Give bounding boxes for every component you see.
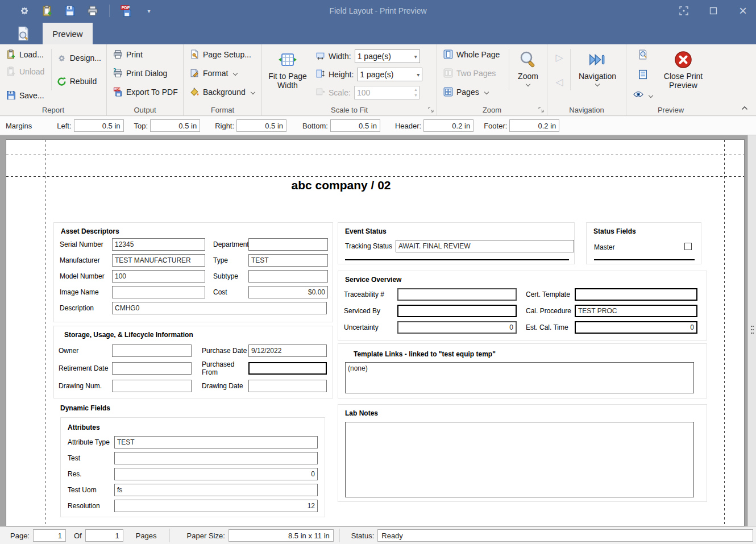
model-number-label: Model Number	[60, 272, 112, 280]
purchase-date-value: 9/12/2022	[248, 344, 327, 357]
format-label: Format	[203, 69, 228, 78]
page-number-input[interactable]: 1	[33, 529, 66, 542]
format-group-label: Format	[184, 106, 261, 114]
ribbon-collapse-icon[interactable]	[741, 103, 748, 112]
margin-header-input[interactable]: 0.2 in	[423, 119, 473, 132]
print-quick-icon[interactable]	[85, 3, 100, 18]
unload-icon	[6, 67, 16, 76]
image-name-value	[112, 286, 205, 298]
status-value: Ready	[377, 529, 753, 542]
test-value	[114, 452, 318, 464]
page-panel-button[interactable]	[637, 68, 649, 83]
background-button[interactable]: Background	[187, 84, 259, 99]
title-bar: PDF ▾ Field Layout - Print Preview ×	[0, 0, 756, 22]
width-combobox[interactable]: 1 page(s) ▾	[355, 49, 420, 63]
ribbon-group-navigation: ▷ ◁ Navigation Navigation	[547, 44, 626, 115]
visibility-button[interactable]	[632, 88, 654, 103]
navigation-button-label: Navigation	[579, 72, 616, 81]
design-button[interactable]: Design...	[54, 51, 104, 66]
print-dialog-button[interactable]: ? Print Dialog	[110, 65, 181, 81]
page-setup-label: Page Setup...	[203, 50, 251, 59]
owner-label: Owner	[59, 347, 112, 355]
margin-right-input[interactable]: 0.5 in	[236, 119, 286, 132]
section-event-status: Event Status Tracking Status AWAIT. FINA…	[338, 222, 575, 264]
purchased-from-label: Purchased From	[202, 360, 248, 376]
navigation-button[interactable]: Navigation	[573, 47, 622, 101]
ribbon-tab-row: Preview	[0, 22, 756, 44]
header-margin-guide	[6, 155, 744, 155]
side-panel-splitter[interactable]	[747, 135, 756, 526]
resolution-value: 12	[114, 500, 318, 512]
scale-group-label: Scale to Fit	[262, 106, 437, 114]
uncertainty-value: 0	[397, 321, 517, 334]
scale-label: Scale:	[329, 88, 351, 97]
whole-page-button[interactable]: Whole Page	[441, 47, 506, 62]
maximize-icon[interactable]	[705, 2, 722, 19]
unload-button[interactable]: Unload	[3, 64, 49, 79]
background-icon	[190, 87, 200, 97]
print-button[interactable]: Print	[110, 47, 181, 62]
previous-page-button[interactable]: ◁	[551, 74, 568, 90]
margin-bottom-input[interactable]: 0.5 in	[330, 119, 380, 132]
serviced-by-value	[397, 305, 517, 317]
pages-button[interactable]: Pages	[441, 84, 506, 99]
print-preview-canvas[interactable]: abc company / 02 Asset Descriptors Seria…	[0, 135, 756, 526]
export-pdf-label: Export To PDF	[126, 88, 178, 97]
margin-footer-label: Footer:	[484, 122, 507, 130]
format-button[interactable]: Format	[187, 65, 259, 81]
close-print-preview-button[interactable]: Close Print Preview	[656, 47, 711, 101]
margins-title: Margins	[6, 122, 32, 130]
test-uom-value: fs	[114, 484, 318, 496]
background-dropdown-chevron	[250, 89, 255, 94]
serviced-by-label: Serviced By	[344, 307, 397, 315]
close-preview-label-1: Close Print	[664, 72, 703, 81]
next-arrow-icon: ▷	[555, 52, 563, 64]
save-icon[interactable]	[63, 3, 77, 18]
fit-window-icon[interactable]	[675, 2, 692, 19]
rebuild-label: Rebuild	[70, 77, 97, 86]
section-storage-lifecycle: Storage, Usage, & Lifecycle Information …	[53, 326, 333, 398]
department-label: Department	[213, 240, 248, 248]
page-setup-icon	[190, 49, 200, 59]
pages-icon	[443, 87, 453, 97]
load-button[interactable]: Load...	[3, 47, 49, 62]
page-panel-icon	[638, 69, 648, 81]
close-icon[interactable]: ×	[734, 2, 751, 19]
top-margin-guide	[6, 176, 744, 177]
fit-to-page-width-button[interactable]: Fit to Page Width	[265, 47, 310, 101]
load-clipboard-icon[interactable]	[40, 3, 55, 18]
pdf-save-icon[interactable]: PDF	[119, 3, 134, 18]
rebuild-button[interactable]: Rebuild	[54, 74, 104, 89]
app-menu-button[interactable]	[11, 24, 35, 43]
margin-left-input[interactable]: 0.5 in	[74, 119, 124, 132]
next-page-button[interactable]: ▷	[551, 50, 568, 65]
master-label: Master	[594, 243, 615, 251]
two-pages-button[interactable]: Two Pages	[441, 65, 506, 81]
settings-gear-icon[interactable]	[17, 3, 32, 18]
ribbon-group-format: Page Setup... Format Background Format	[184, 44, 262, 115]
export-pdf-button[interactable]: PDF Export To PDF	[110, 84, 181, 99]
margin-footer-input[interactable]: 0.2 in	[509, 119, 559, 132]
page-setup-button[interactable]: Page Setup...	[187, 47, 259, 62]
quick-access-dropdown-icon[interactable]: ▾	[142, 3, 156, 18]
zoom-button-label: Zoom	[518, 72, 538, 81]
master-checkbox[interactable]	[684, 243, 692, 250]
resolution-label: Resolution	[68, 502, 114, 510]
zoom-page-button[interactable]	[637, 48, 649, 63]
paper-size-label: Paper Size:	[187, 531, 225, 540]
navigation-group-label: Navigation	[547, 106, 626, 114]
save-report-button[interactable]: Save...	[3, 88, 49, 103]
drawing-num-label: Drawing Num.	[59, 382, 112, 390]
zoom-button[interactable]: Zoom	[512, 47, 545, 101]
height-combobox[interactable]: 1 page(s) ▾	[357, 68, 422, 81]
tracking-status-label: Tracking Status	[345, 242, 392, 250]
event-status-title: Event Status	[345, 227, 387, 235]
format-dropdown-chevron	[233, 70, 238, 75]
zoom-dialog-launcher-icon[interactable]	[538, 106, 545, 114]
design-gear-icon	[57, 53, 67, 63]
scale-spinner[interactable]: 100 ▲▼	[354, 86, 419, 99]
margin-top-input[interactable]: 0.5 in	[150, 119, 200, 132]
attributes-title: Attributes	[68, 423, 100, 431]
scale-dialog-launcher-icon[interactable]	[427, 106, 435, 114]
tab-preview[interactable]: Preview	[43, 23, 93, 44]
